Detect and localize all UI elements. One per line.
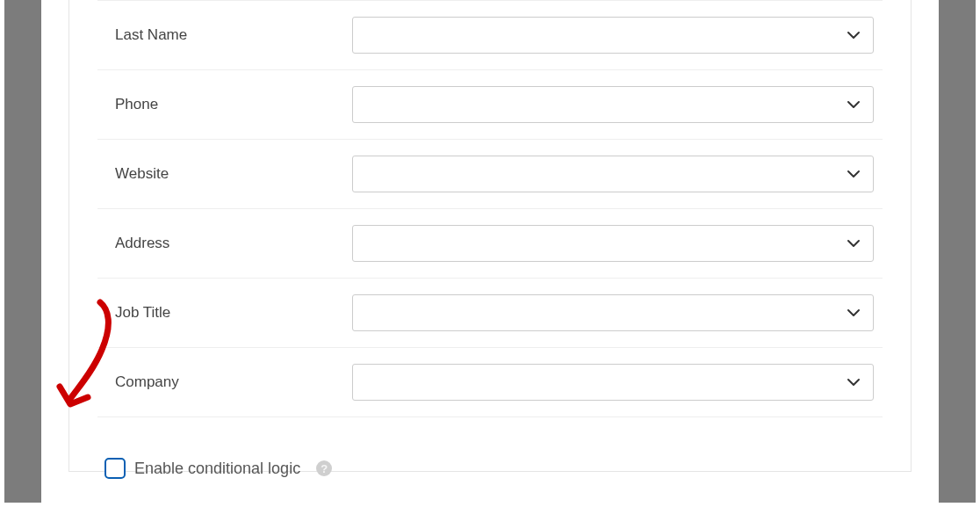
- enable-conditional-logic-checkbox[interactable]: [104, 458, 126, 479]
- chevron-down-icon: [847, 167, 861, 181]
- chevron-down-icon: [847, 98, 861, 112]
- enable-conditional-logic-label: Enable conditional logic: [134, 460, 300, 478]
- field-row: Company: [97, 348, 883, 417]
- chevron-down-icon: [847, 28, 861, 42]
- help-icon[interactable]: ?: [316, 460, 332, 476]
- field-row: Last Name: [97, 1, 883, 70]
- select-job-title[interactable]: [352, 294, 874, 331]
- page-frame: Last Name Phone: [0, 0, 980, 507]
- field-label-company: Company: [97, 373, 352, 391]
- chevron-down-icon: [847, 306, 861, 320]
- select-phone[interactable]: [352, 86, 874, 123]
- field-row: Job Title: [97, 279, 883, 348]
- field-row: Address: [97, 209, 883, 279]
- background-band-left: [4, 0, 41, 503]
- field-row: Phone: [97, 70, 883, 140]
- field-label-address: Address: [97, 235, 352, 252]
- settings-panel: Last Name Phone: [68, 0, 912, 472]
- conditional-logic-row: Enable conditional logic ?: [69, 417, 911, 505]
- chevron-down-icon: [847, 375, 861, 389]
- select-last-name[interactable]: [352, 17, 874, 54]
- field-row: Website: [97, 140, 883, 209]
- field-label-phone: Phone: [97, 96, 352, 113]
- field-label-job-title: Job Title: [97, 304, 352, 322]
- chevron-down-icon: [847, 236, 861, 250]
- select-company[interactable]: [352, 364, 874, 401]
- background-band-right: [939, 0, 976, 503]
- field-mapping-table: Last Name Phone: [97, 0, 883, 417]
- field-label-website: Website: [97, 165, 352, 183]
- field-label-last-name: Last Name: [97, 26, 352, 44]
- select-address[interactable]: [352, 225, 874, 262]
- select-website[interactable]: [352, 156, 874, 192]
